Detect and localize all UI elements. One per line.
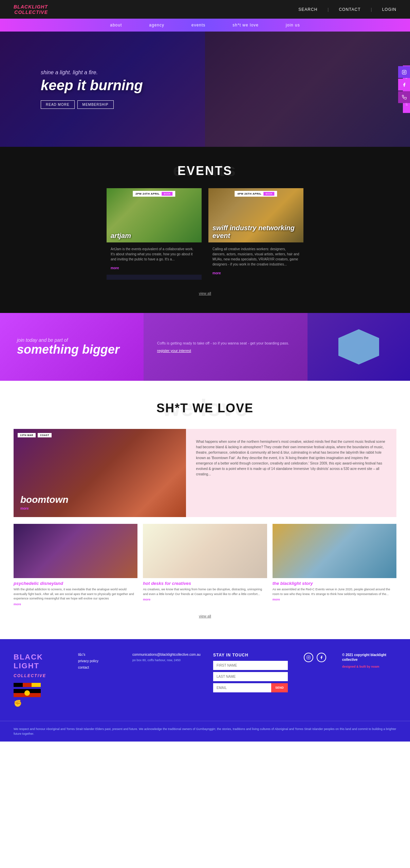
svg-point-2 [405,71,405,71]
join-cta[interactable]: register your interest [157,349,294,353]
svg-point-5 [309,656,310,656]
built-by-link[interactable]: noam [371,665,379,668]
swl-grid: psychedelic disneyland With the global a… [14,524,396,606]
membership-button[interactable]: MEMBERSHIP [77,100,114,109]
first-name-input[interactable] [213,661,288,670]
logo-main: BLACKLIGHT [14,4,48,9]
logo: BLACKLIGHT Collective [14,4,48,15]
nav-agency[interactable]: agency [149,23,164,27]
hero-tagline: shine a light. light a fire. [41,70,143,76]
last-name-input[interactable] [213,672,288,681]
event-date-artjam: 2PM 24TH APRIL [135,192,160,195]
events-title: EVENTS [14,164,396,178]
footer-form-col: stay in touch SEND [213,653,288,707]
event-card-artjam: 2PM 24TH APRIL BOOK artjam ArtJam is the… [107,188,202,280]
nav-events[interactable]: events [191,23,205,27]
event-title-networking: swiff industry networking event [212,224,303,240]
footer-copyright-col: © 2021 copyright blacklight collective d… [342,653,396,707]
swl-view-all-wrap: view all [14,613,396,619]
join-headline: something bigger [17,343,127,356]
boomtown-more[interactable]: more [20,507,69,510]
join-center: Coffs is getting ready to take off - so … [144,313,308,381]
flag-black [14,683,23,687]
nav-join[interactable]: join us [286,23,300,27]
facebook-icon[interactable] [398,79,410,91]
header: BLACKLIGHT Collective SEARCH | CONTACT |… [0,0,410,19]
acknowledgement-text: We respect and honour Aboriginal and Tor… [14,727,396,736]
footer-contact-link[interactable]: contact [78,666,122,669]
event-title-artjam: artjam [111,232,131,240]
grid-card-title-2: hot desks for creatives [143,578,267,587]
acknowledgement: We respect and honour Aboriginal and Tor… [0,721,410,742]
footer-logo: BLACKLIGHT Collective [14,653,68,679]
book-button-artjam[interactable]: BOOK [162,192,172,196]
instagram-icon[interactable] [398,66,410,78]
join-section: join today and be part of something bigg… [0,313,410,381]
login-link[interactable]: LOGIN [382,7,396,12]
svg-point-1 [403,71,405,73]
footer-facebook-icon[interactable] [317,653,326,662]
footer-logo-sub: Collective [14,673,46,678]
grid-card-more-1[interactable]: more [14,603,137,606]
boomtown-image: 13TH MAR COAST boomtown more [14,429,186,517]
search-link[interactable]: SEARCH [298,7,317,12]
footer-instagram-icon[interactable] [304,653,313,662]
footer-privacy-link[interactable]: privacy policy [78,659,122,663]
footer-tcs-link[interactable]: t&c's [78,653,122,656]
grid-card-2: hot desks for creatives As creatives, we… [143,524,267,606]
nav-about[interactable]: about [110,23,122,27]
social-icons-row [298,653,332,662]
phone-icon[interactable] [398,91,410,103]
built-by: designed & built by noam [342,665,396,668]
boomtown-card: 13TH MAR COAST boomtown more What happen… [14,429,396,517]
aboriginal-flag [14,683,41,687]
hero-content: shine a light. light a fire. keep it bur… [0,70,184,109]
raised-fist-icon: ✊ [14,699,68,707]
swl-title-wrap: we love SH*T WE LOVE [14,401,396,415]
join-body: Coffs is getting ready to take off - so … [157,341,294,345]
torres-strait-flag [14,689,41,697]
event-card-body-networking: Calling all creative industries workers:… [208,242,303,280]
event-date-networking: 4PM 26TH APRIL [237,192,261,195]
read-more-button[interactable]: READ MORE [41,100,75,109]
grid-card-more-2[interactable]: more [143,598,267,601]
social-sidebar [398,66,410,104]
swl-title: SH*T WE LOVE [14,401,396,415]
event-more-networking[interactable]: more [212,271,221,275]
grid-card-1: psychedelic disneyland With the global a… [14,524,137,606]
contact-link[interactable]: CONTACT [339,7,360,12]
book-button-networking[interactable]: BOOK [263,192,274,196]
grid-card-img-1 [14,524,137,578]
boomtown-tags: 13TH MAR COAST [18,433,52,437]
svg-rect-3 [307,656,310,659]
grid-card-more-3[interactable]: more [273,598,396,601]
footer-address: po box 80, coffs harbour, nsw, 2450 [132,658,203,662]
boomtown-tag-location: COAST [38,433,52,437]
event-card-image-networking: 4PM 26TH APRIL BOOK swiff industry netwo… [208,188,303,242]
grid-card-img-3 [273,524,396,578]
grid-card-desc-3: As we assembled at the Red-C Events venu… [273,587,396,596]
swl-view-all[interactable]: view all [199,614,211,618]
events-grid: 2PM 24TH APRIL BOOK artjam ArtJam is the… [14,188,396,280]
join-pre-text: join today and be part of [17,337,127,343]
email-input[interactable] [213,683,271,692]
flag-red [23,683,32,687]
events-title-wrap: events EVENTS [14,164,396,178]
hero-section: shine a light. light a fire. keep it bur… [0,32,410,147]
boomtown-description: What happens when some of the northern h… [186,429,396,517]
hero-buttons: READ MORE MEMBERSHIP [41,100,143,109]
logo-sub: Collective [14,9,48,15]
nav-swl[interactable]: sh*t we love [232,23,259,27]
footer-logo-col: BLACKLIGHT Collective ✊ [14,653,68,707]
grid-card-3: the blacklight story As we assembled at … [273,524,396,606]
footer-email: communications@blacklightcollective.com.… [132,653,203,656]
footer-contact-col: communications@blacklightcollective.com.… [132,653,203,707]
event-more-artjam[interactable]: more [111,266,119,270]
grid-card-title-1: psychedelic disneyland [14,578,137,587]
main-nav: about agency events sh*t we love join us [0,19,410,32]
footer-links-col: t&c's privacy policy contact [78,653,122,707]
events-view-all[interactable]: view all [199,291,211,295]
grid-card-img-2 [143,524,267,578]
send-button[interactable]: SEND [271,683,288,692]
event-card-body-artjam: ArtJam is the events equivalent of a col… [107,242,202,275]
